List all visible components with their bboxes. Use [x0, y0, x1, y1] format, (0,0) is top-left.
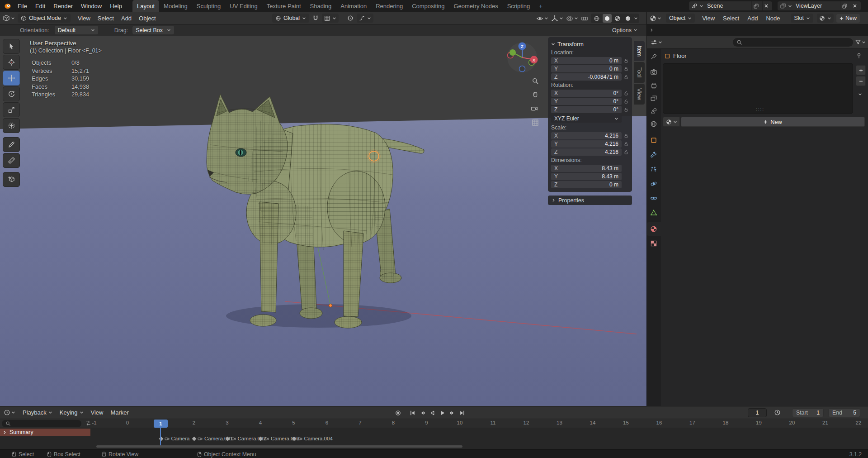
remove-view-layer-button[interactable] — [851, 1, 859, 10]
rotation-y-field[interactable]: Y0° — [551, 98, 622, 105]
scene-selector[interactable]: Scene — [689, 1, 772, 10]
jump-to-end-button[interactable] — [458, 408, 467, 417]
properties-collapsed-panel[interactable]: Properties — [548, 196, 632, 205]
material-slot-dropdown[interactable]: Slot — [791, 14, 813, 23]
timeline-channel-area[interactable]: Summary CameraCamera.001Camera.002Camera… — [0, 428, 868, 450]
preview-range-clock-button[interactable] — [774, 409, 781, 416]
tool-add-cube[interactable] — [3, 172, 20, 187]
lock-open-icon[interactable] — [623, 99, 629, 104]
shading-rendered-button[interactable] — [623, 14, 632, 23]
tab-material-properties[interactable] — [647, 222, 660, 236]
breadcrumb-object-name[interactable]: Floor — [673, 52, 687, 59]
menu-edit[interactable]: Edit — [31, 0, 49, 12]
playhead[interactable]: 1 — [154, 420, 168, 428]
lock-open-icon[interactable] — [623, 149, 629, 155]
tab-object-properties[interactable] — [647, 134, 660, 147]
tab-tool-properties[interactable] — [647, 50, 660, 63]
tool-move[interactable] — [3, 71, 20, 86]
auto-keying-record-button[interactable] — [393, 408, 402, 417]
tab-particle-properties[interactable] — [647, 162, 660, 176]
visibility-dropdown[interactable] — [536, 15, 548, 22]
workspace-tab-uv-editing[interactable]: UV Editing — [225, 0, 262, 12]
frame-end-field[interactable]: End5 — [828, 408, 860, 417]
tab-texture-properties[interactable] — [647, 237, 660, 250]
summary-channel[interactable]: Summary — [0, 429, 90, 436]
tool-transform[interactable] — [3, 118, 20, 133]
timeline-search-input[interactable] — [2, 420, 81, 427]
properties-editor-type-button[interactable] — [651, 39, 662, 46]
rotation-x-field[interactable]: X0° — [551, 90, 622, 97]
viewport-menu-add[interactable]: Add — [118, 12, 135, 24]
blender-logo-icon[interactable] — [4, 2, 12, 10]
timeline-menu-playback[interactable]: Playback — [19, 407, 56, 419]
viewport-editor-type-button[interactable] — [0, 14, 18, 22]
shader-editor-canvas[interactable] — [646, 24, 868, 36]
workspace-tab-texture-paint[interactable]: Texture Paint — [262, 0, 306, 12]
workspace-tab-layout[interactable]: Layout — [132, 0, 159, 12]
timeline-menu-view[interactable]: View — [87, 407, 107, 419]
resize-grip[interactable]: :::: — [756, 107, 764, 112]
timeline-menu-keying[interactable]: Keying — [56, 407, 87, 419]
tool-measure[interactable] — [3, 153, 20, 168]
dimensions-x-field[interactable]: X8.43 m — [551, 165, 622, 172]
delete-scene-button[interactable] — [762, 1, 770, 10]
previous-keyframe-button[interactable] — [418, 408, 427, 417]
snap-toggle-magnet-icon[interactable] — [312, 14, 319, 22]
add-workspace-button[interactable]: + — [534, 0, 547, 12]
shader-menu-view[interactable]: View — [698, 12, 718, 24]
location-z-field[interactable]: Z-0.008471 m — [551, 73, 622, 81]
slot-specials-menu-button[interactable] — [858, 91, 862, 98]
dimensions-z-field[interactable]: Z0 m — [551, 181, 622, 189]
shader-editor-type-button[interactable] — [650, 15, 661, 22]
transform-panel-header[interactable]: Transform — [551, 39, 629, 48]
transform-orientation-dropdown[interactable]: Global — [272, 14, 309, 23]
timeline-editor-type-button[interactable] — [4, 409, 15, 416]
pan-hand-button[interactable] — [532, 91, 539, 98]
timeline-marker[interactable]: Camera.004 — [292, 436, 333, 441]
lock-open-icon[interactable] — [623, 66, 629, 72]
menu-window[interactable]: Window — [77, 0, 106, 12]
scale-y-field[interactable]: Y4.216 — [551, 140, 622, 148]
view-layer-selector[interactable]: ViewLayer — [778, 1, 861, 10]
workspace-tab-geometry-nodes[interactable]: Geometry Nodes — [449, 0, 502, 12]
tab-view-layer-properties[interactable] — [647, 91, 660, 105]
tab-physics-properties[interactable] — [647, 177, 660, 191]
lock-open-icon[interactable] — [623, 58, 629, 63]
sidebar-tab-view[interactable]: View — [634, 84, 645, 105]
drag-select-box-dropdown[interactable]: Select Box — [132, 26, 174, 34]
sidebar-tab-item[interactable]: Item — [634, 41, 645, 61]
tab-output-properties[interactable] — [647, 79, 660, 92]
orientation-default-dropdown[interactable]: Default — [55, 26, 98, 34]
jump-to-start-button[interactable] — [408, 408, 417, 417]
workspace-tab-rendering[interactable]: Rendering — [371, 0, 407, 12]
tool-3d-cursor[interactable] — [3, 55, 20, 70]
overlays-dropdown[interactable] — [566, 15, 578, 22]
lock-open-icon[interactable] — [623, 107, 629, 112]
material-slot-list[interactable]: :::: — [663, 63, 853, 114]
camera-view-button[interactable] — [531, 105, 538, 112]
proportional-editing-icon[interactable] — [347, 14, 354, 22]
workspace-tab-animation[interactable]: Animation — [336, 0, 371, 12]
scale-z-field[interactable]: Z4.216 — [551, 148, 622, 156]
gizmos-dropdown[interactable] — [551, 15, 563, 22]
workspace-tab-scripting[interactable]: Scripting — [503, 0, 535, 12]
workspace-tab-modeling[interactable]: Modeling — [159, 0, 192, 12]
tab-render-properties[interactable] — [647, 65, 660, 79]
lock-open-icon[interactable] — [623, 91, 629, 96]
location-x-field[interactable]: X0 m — [551, 57, 622, 65]
menu-file[interactable]: File — [14, 0, 31, 12]
shader-menu-select[interactable]: Select — [719, 12, 743, 24]
timeline-marker[interactable]: Camera — [160, 436, 190, 441]
workspace-tab-compositing[interactable]: Compositing — [407, 0, 449, 12]
remove-material-slot-button[interactable] — [856, 76, 866, 86]
rotation-z-field[interactable]: Z0° — [551, 106, 622, 114]
orthographic-toggle-button[interactable] — [532, 119, 539, 126]
tab-world-properties[interactable] — [647, 117, 660, 131]
dimensions-y-field[interactable]: Y8.43 m — [551, 173, 622, 181]
play-button[interactable] — [438, 408, 447, 417]
pin-id-button[interactable] — [856, 52, 862, 59]
shading-solid-button[interactable] — [603, 14, 612, 23]
shading-material-button[interactable] — [613, 14, 622, 23]
mode-dropdown[interactable]: Object Mode — [18, 14, 71, 23]
material-browse-dropdown[interactable] — [817, 14, 834, 23]
